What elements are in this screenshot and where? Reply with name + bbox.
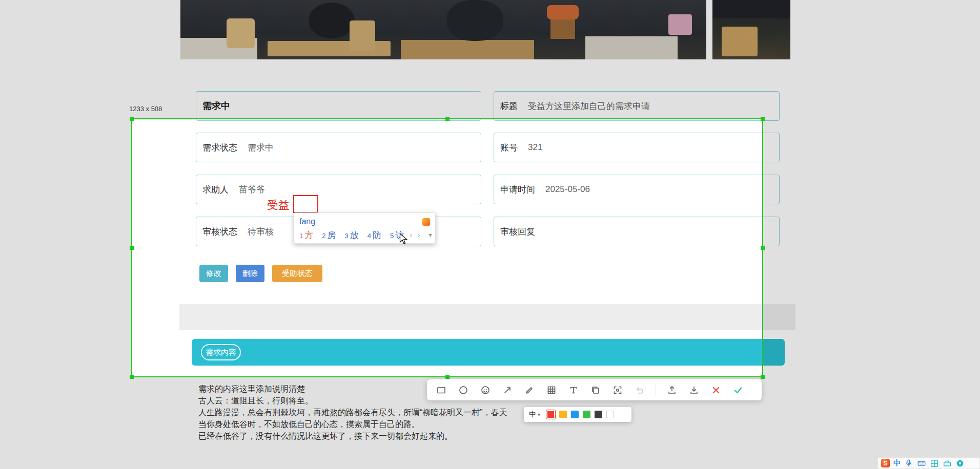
toolbox-icon[interactable] (943, 459, 952, 468)
photo-shape (227, 18, 255, 48)
selection-handle-e[interactable] (761, 246, 765, 250)
ime-candidate-2[interactable]: 2房 (322, 229, 336, 241)
ime-skin-icon[interactable] (422, 218, 430, 226)
ime-candidate-5[interactable]: 5访 (390, 229, 404, 241)
rectangle-tool-button[interactable] (435, 384, 447, 396)
photo-shape (585, 36, 678, 59)
globe-icon[interactable] (955, 459, 965, 468)
ocr-frame-icon (612, 385, 623, 396)
toolbar-separator (656, 385, 656, 395)
download-button[interactable] (688, 384, 700, 396)
dim-overlay-left (0, 118, 131, 377)
photo-stool-shape (547, 5, 579, 19)
content-line: 当你身处低谷时，不如放低自己的心态，摸索属于自己的路。 (198, 418, 507, 430)
ime-mode-indicator[interactable]: 中 (893, 459, 901, 468)
brush-size-select[interactable]: 中 ▾ (529, 410, 540, 419)
capture-selection[interactable] (131, 118, 763, 377)
arrow-tool-button[interactable] (501, 384, 514, 396)
annotation-text[interactable]: 受益 (267, 198, 290, 213)
check-icon (732, 385, 744, 396)
color-swatch-red[interactable] (546, 410, 555, 419)
close-icon (710, 385, 722, 396)
photo-basket-shape (668, 14, 692, 35)
mic-icon[interactable] (904, 459, 913, 468)
field-label: 标题 (500, 100, 518, 112)
mosaic-icon (546, 385, 557, 396)
selection-handle-s[interactable] (445, 375, 450, 379)
ime-candidate-3[interactable]: 3放 (344, 229, 358, 241)
dim-overlay-right (763, 118, 980, 377)
selection-handle-w[interactable] (130, 246, 134, 250)
brush-size-label: 中 (529, 410, 536, 419)
photo-shape (722, 27, 758, 56)
color-swatch-blue[interactable] (571, 411, 579, 418)
style-toolbar: 中 ▾ (524, 407, 631, 422)
photo-stool-legs-shape (550, 19, 575, 39)
ime-more-icon[interactable]: ▾ (429, 231, 432, 239)
share-icon (666, 385, 678, 396)
ime-popup: fang 1方 2房 3放 4防 5访 ‹ › ▾ (294, 212, 436, 244)
rectangle-icon (436, 385, 447, 396)
selection-handle-n[interactable] (445, 117, 450, 121)
content-line: 已经在低谷了，没有什么情况比这更坏了，接下来一切都会好起来的。 (198, 430, 507, 442)
color-swatch-yellow[interactable] (559, 411, 567, 418)
capture-size-label: 1233 x 508 (129, 105, 162, 113)
screen: 需求内容 需求的内容这里添加说明清楚 古人云：道阻且长，行则将至。 人生路漫漫，… (0, 0, 980, 469)
download-icon (688, 385, 700, 396)
chevron-down-icon: ▾ (538, 412, 540, 417)
content-line: 人生路漫漫，总会有荆棘坎坷，再难熬的路都会有尽头，所谓“柳暗花明又一村”，春天 (198, 407, 507, 418)
keyboard-icon[interactable] (917, 459, 926, 468)
selection-handle-se[interactable] (761, 375, 765, 379)
field-title-value: 需求中 (202, 100, 230, 112)
confirm-capture-button[interactable] (732, 384, 744, 396)
mosaic-tool-button[interactable] (545, 384, 558, 396)
text-tool-button[interactable] (567, 384, 580, 396)
ime-candidate-4[interactable]: 4防 (368, 229, 381, 241)
capture-toolbar (427, 379, 762, 400)
photo-shape (350, 20, 375, 51)
ime-status-bar: S 中 (877, 457, 980, 469)
ime-candidate-1[interactable]: 1方 (299, 229, 313, 241)
ime-prev-page-icon[interactable]: ‹ (410, 231, 412, 239)
photo-shape (309, 3, 355, 38)
ocr-tool-button[interactable] (611, 384, 624, 396)
undo-icon (634, 385, 645, 396)
pen-icon (524, 385, 535, 396)
photo-shape (401, 40, 534, 59)
field-value: 受益方这里添加自己的需求申请 (528, 100, 650, 112)
field-title-left[interactable]: 需求中 (196, 91, 481, 121)
ellipse-icon (458, 385, 469, 396)
sogou-logo-icon[interactable]: S (881, 459, 890, 467)
color-swatch-white[interactable] (606, 411, 614, 418)
grid-icon[interactable] (930, 459, 939, 468)
selection-handle-ne[interactable] (761, 117, 765, 121)
color-swatch-black[interactable] (595, 411, 602, 418)
share-button[interactable] (666, 384, 678, 396)
ime-composition: fang (299, 217, 315, 226)
arrow-icon (502, 385, 513, 396)
ime-next-page-icon[interactable]: › (418, 231, 420, 239)
annotation-text-cursor-box[interactable] (293, 195, 318, 213)
emoji-tool-button[interactable] (479, 384, 492, 396)
emoji-icon (480, 385, 491, 396)
selection-handle-sw[interactable] (130, 375, 134, 379)
ellipse-tool-button[interactable] (457, 384, 469, 396)
photo-shape (712, 0, 790, 18)
photo-thumbnail-right (712, 0, 790, 59)
undo-button[interactable] (634, 384, 646, 396)
field-request-title[interactable]: 标题 受益方这里添加自己的需求申请 (494, 91, 780, 121)
copy-tool-button[interactable] (589, 384, 602, 396)
copy-icon (590, 385, 601, 396)
cancel-capture-button[interactable] (710, 384, 722, 396)
text-icon (568, 385, 579, 396)
pen-tool-button[interactable] (523, 384, 536, 396)
color-swatch-green[interactable] (583, 411, 590, 418)
photo-thumbnail-main (180, 0, 706, 59)
photo-shape (447, 0, 503, 41)
selection-handle-nw[interactable] (130, 117, 134, 121)
